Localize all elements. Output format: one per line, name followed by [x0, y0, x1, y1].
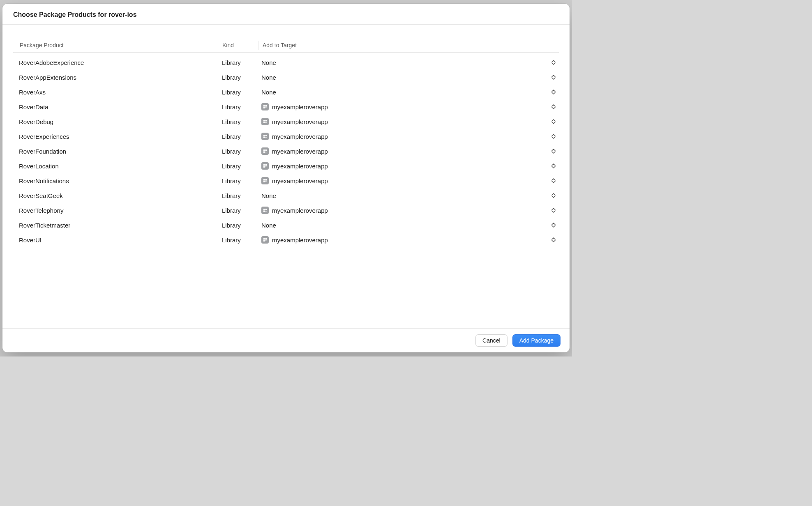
cancel-button[interactable]: Cancel: [475, 334, 508, 347]
app-icon: [261, 133, 269, 140]
add-to-target-select[interactable]: myexampleroverapp: [261, 177, 556, 184]
app-icon: [261, 147, 269, 155]
product-name: RoverExperiences: [13, 133, 218, 140]
add-to-target-cell: myexampleroverapp: [258, 103, 559, 110]
product-row[interactable]: RoverDataLibrarymyexampleroverapp: [13, 99, 559, 114]
product-kind: Library: [218, 207, 258, 214]
add-to-target-cell: None: [258, 221, 559, 229]
target-value: myexampleroverapp: [272, 163, 547, 170]
product-kind: Library: [218, 89, 258, 96]
add-to-target-cell: None: [258, 59, 559, 66]
product-name: RoverSeatGeek: [13, 192, 218, 199]
product-row[interactable]: RoverTelephonyLibrarymyexampleroverapp: [13, 203, 559, 218]
app-icon: [261, 103, 269, 110]
add-to-target-select[interactable]: None: [261, 74, 556, 81]
add-to-target-select[interactable]: myexampleroverapp: [261, 236, 556, 244]
add-to-target-select[interactable]: None: [261, 221, 556, 229]
add-to-target-cell: myexampleroverapp: [258, 147, 559, 155]
target-value: None: [261, 192, 547, 199]
add-to-target-select[interactable]: myexampleroverapp: [261, 103, 556, 110]
products-table-header: Package Product Kind Add to Target: [13, 38, 559, 53]
product-kind: Library: [218, 192, 258, 199]
product-name: RoverAppExtensions: [13, 74, 218, 81]
add-to-target-cell: myexampleroverapp: [258, 118, 559, 125]
target-value: None: [261, 59, 547, 66]
chevron-up-down-icon: [551, 74, 556, 81]
add-to-target-select[interactable]: myexampleroverapp: [261, 162, 556, 170]
target-value: None: [261, 89, 547, 96]
column-header-product[interactable]: Package Product: [13, 42, 218, 48]
app-icon: [261, 162, 269, 170]
product-row[interactable]: RoverUILibrarymyexampleroverapp: [13, 232, 559, 247]
add-to-target-cell: myexampleroverapp: [258, 207, 559, 214]
product-row[interactable]: RoverTicketmasterLibraryNone: [13, 218, 559, 232]
product-name: RoverData: [13, 104, 218, 110]
add-to-target-cell: None: [258, 74, 559, 81]
add-to-target-cell: myexampleroverapp: [258, 162, 559, 170]
target-value: myexampleroverapp: [272, 133, 547, 140]
target-value: None: [261, 74, 547, 81]
product-row[interactable]: RoverDebugLibrarymyexampleroverapp: [13, 114, 559, 129]
product-row[interactable]: RoverNotificationsLibrarymyexamplerovera…: [13, 173, 559, 188]
target-value: myexampleroverapp: [272, 104, 547, 110]
chevron-up-down-icon: [551, 221, 556, 229]
product-kind: Library: [218, 74, 258, 81]
product-row[interactable]: RoverExperiencesLibrarymyexampleroverapp: [13, 129, 559, 144]
chevron-up-down-icon: [551, 192, 556, 199]
product-row[interactable]: RoverFoundationLibrarymyexampleroverapp: [13, 144, 559, 159]
add-to-target-cell: myexampleroverapp: [258, 133, 559, 140]
product-row[interactable]: RoverAdobeExperienceLibraryNone: [13, 55, 559, 70]
product-name: RoverAxs: [13, 89, 218, 96]
add-to-target-select[interactable]: myexampleroverapp: [261, 147, 556, 155]
target-value: myexampleroverapp: [272, 148, 547, 155]
add-to-target-select[interactable]: None: [261, 59, 556, 66]
product-row[interactable]: RoverAxsLibraryNone: [13, 85, 559, 99]
product-kind: Library: [218, 118, 258, 125]
add-to-target-cell: None: [258, 88, 559, 96]
chevron-up-down-icon: [551, 103, 556, 110]
target-value: myexampleroverapp: [272, 237, 547, 244]
product-kind: Library: [218, 163, 258, 170]
product-name: RoverUI: [13, 237, 218, 244]
app-icon: [261, 207, 269, 214]
chevron-up-down-icon: [551, 147, 556, 155]
product-row[interactable]: RoverLocationLibrarymyexampleroverapp: [13, 159, 559, 173]
dialog-title: Choose Package Products for rover-ios: [13, 11, 559, 18]
chevron-up-down-icon: [551, 177, 556, 184]
product-kind: Library: [218, 177, 258, 184]
chevron-up-down-icon: [551, 207, 556, 214]
chevron-up-down-icon: [551, 236, 556, 244]
add-package-button[interactable]: Add Package: [512, 334, 561, 347]
product-name: RoverNotifications: [13, 177, 218, 184]
add-to-target-select[interactable]: None: [261, 192, 556, 199]
chevron-up-down-icon: [551, 118, 556, 125]
target-value: myexampleroverapp: [272, 177, 547, 184]
product-name: RoverTelephony: [13, 207, 218, 214]
product-name: RoverLocation: [13, 163, 218, 170]
product-name: RoverFoundation: [13, 148, 218, 155]
add-to-target-select[interactable]: myexampleroverapp: [261, 118, 556, 125]
product-name: RoverTicketmaster: [13, 222, 218, 229]
app-icon: [261, 236, 269, 244]
product-row[interactable]: RoverAppExtensionsLibraryNone: [13, 70, 559, 85]
dialog-footer: Cancel Add Package: [2, 328, 570, 352]
product-row[interactable]: RoverSeatGeekLibraryNone: [13, 188, 559, 203]
target-value: myexampleroverapp: [272, 207, 547, 214]
dialog-header: Choose Package Products for rover-ios: [2, 4, 570, 25]
dialog-body: Package Product Kind Add to Target Rover…: [2, 25, 570, 328]
product-kind: Library: [218, 222, 258, 229]
app-icon: [261, 118, 269, 125]
target-value: myexampleroverapp: [272, 118, 547, 125]
app-icon: [261, 177, 269, 184]
target-value: None: [261, 222, 547, 229]
add-to-target-select[interactable]: myexampleroverapp: [261, 133, 556, 140]
choose-package-products-dialog: Choose Package Products for rover-ios Pa…: [2, 4, 570, 352]
add-to-target-cell: myexampleroverapp: [258, 177, 559, 184]
add-to-target-select[interactable]: None: [261, 88, 556, 96]
add-to-target-select[interactable]: myexampleroverapp: [261, 207, 556, 214]
product-kind: Library: [218, 237, 258, 244]
column-header-kind[interactable]: Kind: [218, 41, 258, 50]
add-to-target-cell: myexampleroverapp: [258, 236, 559, 244]
column-header-target[interactable]: Add to Target: [258, 41, 559, 50]
product-kind: Library: [218, 148, 258, 155]
